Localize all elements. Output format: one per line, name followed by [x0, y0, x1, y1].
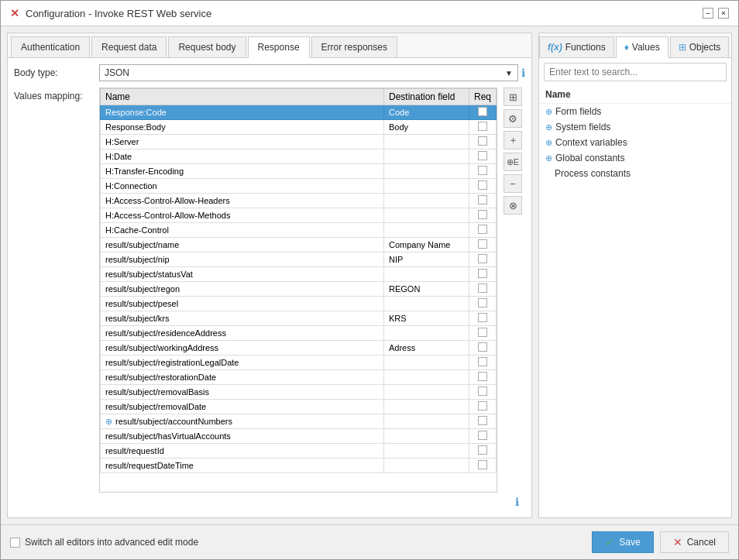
- req-checkbox[interactable]: [478, 283, 487, 293]
- edit-button[interactable]: ⊕E: [504, 153, 522, 171]
- tab-response[interactable]: Response: [248, 36, 310, 58]
- mapping-info-icon[interactable]: ℹ: [515, 496, 519, 508]
- row-name: result/subject/regon: [101, 282, 384, 297]
- mapping-table-container[interactable]: Name Destination field Req Response:Code…: [99, 88, 497, 493]
- right-panel: f(x) Functions ♦ Values ⊞ Objects Name ⊕: [538, 33, 732, 518]
- body-type-info-icon[interactable]: ℹ: [521, 67, 525, 79]
- remove-button[interactable]: −: [504, 174, 522, 193]
- row-destination: [383, 429, 469, 444]
- action-buttons: ✓ Save ✕ Cancel: [592, 531, 729, 553]
- table-row[interactable]: result/requestDateTime: [101, 459, 497, 473]
- table-row[interactable]: result/subject/removalBasis: [101, 385, 497, 400]
- row-req: [469, 223, 496, 238]
- tree-item-system-fields[interactable]: ⊕ System fields: [539, 119, 731, 135]
- req-checkbox[interactable]: [478, 269, 487, 278]
- search-input[interactable]: [544, 63, 727, 81]
- table-row[interactable]: Response:BodyBody: [101, 120, 497, 135]
- req-checkbox[interactable]: [478, 239, 487, 249]
- table-row[interactable]: result/subject/workingAddressAdress: [101, 341, 497, 356]
- req-checkbox[interactable]: [478, 357, 487, 366]
- tree-item-context-variables[interactable]: ⊕ Context variables: [539, 135, 731, 150]
- req-checkbox[interactable]: [478, 460, 487, 469]
- tab-objects[interactable]: ⊞ Objects: [670, 36, 730, 58]
- objects-icon: ⊞: [679, 42, 686, 53]
- req-checkbox[interactable]: [478, 180, 487, 190]
- table-row[interactable]: result/subject/statusVat: [101, 267, 497, 282]
- table-row[interactable]: result/subject/residenceAddress: [101, 326, 497, 341]
- advanced-edit-checkbox[interactable]: [10, 538, 20, 548]
- req-checkbox[interactable]: [478, 431, 487, 440]
- select-arrow-icon: ▼: [505, 69, 513, 77]
- table-row[interactable]: Response:CodeCode: [101, 105, 497, 120]
- row-name: H:Connection: [101, 179, 384, 194]
- req-checkbox[interactable]: [478, 136, 487, 146]
- app-icon: ✕: [10, 7, 19, 19]
- table-row[interactable]: H:Cache-Control: [101, 223, 497, 238]
- left-panel-content: Body type: JSON ▼ ℹ Values mapping:: [8, 58, 531, 517]
- req-checkbox[interactable]: [478, 195, 487, 204]
- req-checkbox[interactable]: [478, 387, 487, 396]
- table-row[interactable]: result/subject/nipNIP: [101, 253, 497, 267]
- req-checkbox[interactable]: [478, 328, 487, 337]
- minimize-button[interactable]: –: [703, 8, 713, 19]
- row-expand-icon[interactable]: ⊕: [105, 417, 112, 426]
- tree-item-form-fields[interactable]: ⊕ Form fields: [539, 104, 731, 119]
- table-row[interactable]: result/subject/removalDate: [101, 400, 497, 414]
- body-type-row: Body type: JSON ▼ ℹ: [14, 64, 525, 81]
- add-mapping-button[interactable]: ⊞: [504, 88, 522, 106]
- req-checkbox[interactable]: [478, 416, 487, 425]
- row-destination: KRS: [383, 311, 469, 326]
- table-row[interactable]: H:Connection: [101, 179, 497, 194]
- req-checkbox[interactable]: [478, 225, 487, 234]
- tab-authentication[interactable]: Authentication: [11, 36, 90, 58]
- row-destination: [383, 356, 469, 370]
- save-button[interactable]: ✓ Save: [592, 531, 653, 553]
- table-row[interactable]: result/subject/registrationLegalDate: [101, 356, 497, 370]
- table-row[interactable]: H:Access-Control-Allow-Methods: [101, 208, 497, 223]
- table-row[interactable]: H:Server: [101, 135, 497, 149]
- tab-functions[interactable]: f(x) Functions: [539, 36, 614, 58]
- add-button[interactable]: ＋: [504, 131, 522, 149]
- table-row[interactable]: H:Transfer-Encoding: [101, 164, 497, 179]
- table-row[interactable]: result/subject/restorationDate: [101, 370, 497, 385]
- row-req: [469, 341, 496, 356]
- req-checkbox[interactable]: [478, 372, 487, 381]
- req-checkbox[interactable]: [478, 210, 487, 219]
- close-button[interactable]: ×: [718, 8, 729, 19]
- table-row[interactable]: result/subject/nameCompany Name: [101, 238, 497, 253]
- tree-item-global-constants[interactable]: ⊕ Global constants: [539, 150, 731, 166]
- req-checkbox[interactable]: [478, 445, 487, 455]
- table-row[interactable]: H:Access-Control-Allow-Headers: [101, 194, 497, 208]
- row-destination: Body: [383, 120, 469, 135]
- tab-values[interactable]: ♦ Values: [616, 36, 669, 58]
- tab-error-responses[interactable]: Error responses: [311, 36, 397, 58]
- row-destination: [383, 400, 469, 414]
- table-row[interactable]: ⊕result/subject/accountNumbers: [101, 414, 497, 429]
- tab-request-data[interactable]: Request data: [91, 36, 167, 58]
- req-checkbox[interactable]: [478, 342, 487, 352]
- table-row[interactable]: result/requestId: [101, 444, 497, 459]
- req-checkbox[interactable]: [478, 166, 487, 175]
- row-name: Response:Code: [101, 105, 384, 120]
- row-destination: Adress: [383, 341, 469, 356]
- table-row[interactable]: result/subject/pesel: [101, 297, 497, 311]
- req-checkbox[interactable]: [478, 151, 487, 160]
- row-req: [469, 414, 496, 429]
- req-checkbox[interactable]: [478, 254, 487, 263]
- table-row[interactable]: result/subject/krsKRS: [101, 311, 497, 326]
- clear-button[interactable]: ⊗: [504, 196, 522, 215]
- table-row[interactable]: result/subject/hasVirtualAccounts: [101, 429, 497, 444]
- req-checkbox[interactable]: [478, 107, 487, 116]
- configure-button[interactable]: ⚙: [504, 109, 522, 128]
- row-name: result/subject/name: [101, 238, 384, 253]
- table-row[interactable]: result/subject/regonREGON: [101, 282, 497, 297]
- req-checkbox[interactable]: [478, 313, 487, 322]
- tab-request-body[interactable]: Request body: [168, 36, 246, 58]
- req-checkbox[interactable]: [478, 298, 487, 307]
- cancel-button[interactable]: ✕ Cancel: [660, 531, 729, 553]
- req-checkbox[interactable]: [478, 401, 487, 411]
- table-row[interactable]: H:Date: [101, 149, 497, 164]
- body-type-select[interactable]: JSON ▼: [99, 64, 518, 81]
- req-checkbox[interactable]: [478, 122, 487, 131]
- tree-item-process-constants[interactable]: Process constants: [539, 166, 731, 181]
